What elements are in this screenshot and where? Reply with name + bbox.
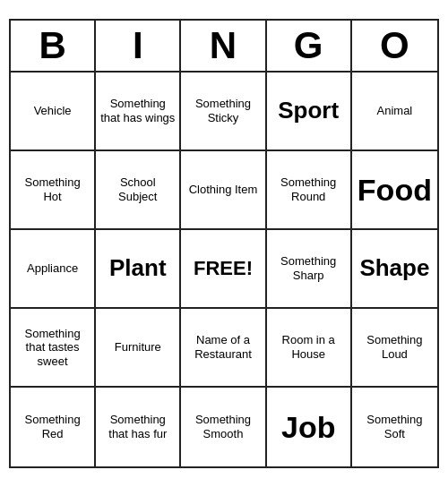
bingo-cell: Plant — [96, 230, 181, 309]
bingo-cell: Appliance — [11, 230, 96, 309]
bingo-cell: Something Smooth — [181, 388, 266, 466]
bingo-cell: Room in a House — [267, 309, 352, 388]
header-letter: I — [96, 21, 181, 73]
bingo-cell: Animal — [352, 73, 437, 151]
header-letter: B — [11, 21, 96, 73]
bingo-cell: Something Sharp — [267, 230, 352, 309]
bingo-cell: Something that tastes sweet — [11, 309, 96, 388]
bingo-cell: FREE! — [181, 230, 266, 309]
bingo-cell: Shape — [352, 230, 437, 309]
header-letter: N — [181, 21, 266, 73]
bingo-cell: School Subject — [96, 151, 181, 230]
bingo-cell: Name of a Restaurant — [181, 309, 266, 388]
bingo-cell: Clothing Item — [181, 151, 266, 230]
bingo-cell: Something that has fur — [96, 388, 181, 466]
bingo-cell: Job — [267, 388, 352, 466]
bingo-card: BINGO VehicleSomething that has wingsSom… — [9, 19, 439, 468]
bingo-cell: Sport — [267, 73, 352, 151]
header-letter: G — [267, 21, 352, 73]
bingo-cell: Something that has wings — [96, 73, 181, 151]
bingo-cell: Furniture — [96, 309, 181, 388]
bingo-cell: Vehicle — [11, 73, 96, 151]
bingo-cell: Something Hot — [11, 151, 96, 230]
bingo-cell: Food — [352, 151, 437, 230]
bingo-cell: Something Sticky — [181, 73, 266, 151]
bingo-cell: Something Loud — [352, 309, 437, 388]
bingo-cell: Something Round — [267, 151, 352, 230]
bingo-cell: Something Soft — [352, 388, 437, 466]
bingo-grid: VehicleSomething that has wingsSomething… — [11, 73, 437, 466]
bingo-cell: Something Red — [11, 388, 96, 466]
bingo-header: BINGO — [11, 21, 437, 73]
header-letter: O — [352, 21, 437, 73]
